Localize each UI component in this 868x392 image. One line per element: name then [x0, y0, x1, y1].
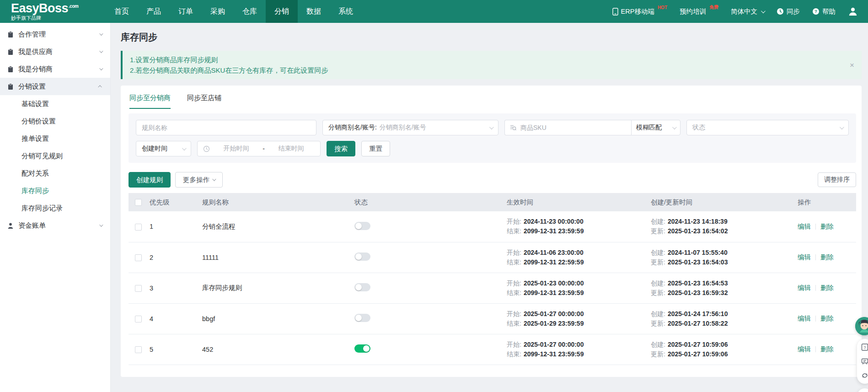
priority-cell: 1 — [147, 211, 199, 242]
row-checkbox[interactable] — [135, 346, 142, 353]
sidebar-subitem-inventory-sync[interactable]: 库存同步 — [0, 182, 110, 199]
person-icon — [848, 6, 858, 16]
help-manual-icon[interactable]: ? — [861, 343, 868, 351]
reset-button[interactable]: 重置 — [361, 141, 390, 156]
nav-item-purchasing[interactable]: 采购 — [202, 0, 234, 23]
table-row: 2 11111 开始:2024-11-06 23:00:00 结束:2099-1… — [129, 242, 856, 273]
main-content: 库存同步 1.设置分销商品库存同步规则 2.若您分销商品关联的商品SKU在三方仓… — [111, 23, 868, 392]
training-link[interactable]: 预约培训 免费 — [680, 7, 718, 16]
sidebar-item-funds[interactable]: 资金账单 — [0, 217, 110, 234]
status-toggle[interactable] — [354, 222, 370, 230]
edit-link[interactable]: 编辑 — [798, 253, 811, 261]
sidebar-subitem-inventory-sync-log[interactable]: 库存同步记录 — [0, 199, 110, 217]
status-toggle[interactable] — [354, 344, 370, 353]
sidebar-item-distribution-settings[interactable]: 分销设置 — [0, 78, 110, 95]
delete-link[interactable]: 删除 — [820, 345, 834, 353]
sku-filter-group: 模糊匹配 — [504, 120, 680, 135]
row-checkbox[interactable] — [135, 316, 142, 322]
help-button[interactable]: ? 帮助 — [812, 7, 836, 16]
created-updated-cell: 创建:2024-11-23 14:18:39 更新:2025-01-23 16:… — [648, 211, 795, 242]
main-menu: 首页 产品 订单 采购 仓库 分销 数据 系统 — [106, 0, 362, 23]
chevron-down-icon — [761, 9, 766, 13]
nav-item-data[interactable]: 数据 — [298, 0, 330, 23]
logo-com-suffix: .com — [69, 4, 78, 9]
edit-link[interactable]: 编辑 — [798, 315, 811, 322]
sidebar-subitem-push-settings[interactable]: 推单设置 — [0, 130, 110, 147]
nav-item-system[interactable]: 系统 — [330, 0, 362, 23]
table-row: 3 库存同步规则 开始:2025-01-23 00:00:00 结束:2099-… — [129, 273, 856, 303]
free-badge: 免费 — [709, 4, 718, 11]
rule-name-cell: 452 — [199, 334, 352, 365]
sidebar-subitem-visibility-rules[interactable]: 分销可见规则 — [0, 147, 110, 165]
svg-text:?: ? — [863, 345, 866, 350]
back-to-top-button[interactable] — [857, 388, 868, 392]
table-header-row: 优先级 规则名称 状态 生效时间 创建/更新时间 操作 — [129, 193, 856, 211]
row-checkbox[interactable] — [135, 285, 142, 292]
app-window: EasyBoss.com 妙手旗下品牌 首页 产品 订单 采购 仓库 分销 数据… — [0, 0, 868, 392]
tab-bar: 同步至分销商 同步至店铺 — [129, 93, 856, 109]
floating-widget-stack: ? — [855, 317, 868, 392]
nav-item-products[interactable]: 产品 — [138, 0, 170, 23]
refresh-sync-icon[interactable] — [861, 371, 868, 380]
user-avatar[interactable] — [848, 6, 858, 16]
nav-item-distribution[interactable]: 分销 — [266, 0, 298, 23]
nav-item-warehouse[interactable]: 仓库 — [234, 0, 266, 23]
sidebar-subitem-pairing[interactable]: 配对关系 — [0, 165, 110, 182]
row-checkbox[interactable] — [135, 254, 142, 261]
table-row: 1 分销全流程 开始:2024-11-23 00:00:00 结束:2099-1… — [129, 211, 856, 242]
delete-link[interactable]: 删除 — [820, 315, 834, 322]
status-toggle[interactable] — [354, 283, 370, 291]
priority-cell: 2 — [147, 242, 199, 273]
language-selector[interactable]: 简体中文 — [731, 7, 764, 16]
status-select[interactable]: 状态 — [686, 120, 849, 135]
search-button[interactable]: 搜索 — [327, 141, 355, 156]
sync-button[interactable]: 同步 — [777, 7, 800, 16]
delete-link[interactable]: 删除 — [820, 284, 834, 291]
sidebar-item-cooperation[interactable]: 合作管理 — [0, 26, 110, 43]
rule-name-field — [136, 120, 316, 135]
edit-link[interactable]: 编辑 — [798, 345, 811, 353]
erp-mobile-link[interactable]: ERP移动端 HOT — [612, 7, 667, 16]
close-icon[interactable]: × — [850, 61, 854, 69]
edit-link[interactable]: 编辑 — [798, 223, 811, 230]
tab-sync-to-distributor[interactable]: 同步至分销商 — [129, 94, 171, 109]
nav-item-orders[interactable]: 订单 — [170, 0, 202, 23]
rule-name-input[interactable] — [142, 124, 311, 131]
tab-sync-to-store[interactable]: 同步至店铺 — [187, 94, 221, 109]
feedback-board-icon[interactable] — [861, 357, 868, 365]
table-row: 4 bbgf 开始:2025-01-27 00:00:00 结束:2025-01… — [129, 303, 856, 334]
row-checkbox[interactable] — [135, 224, 142, 231]
hot-badge: HOT — [658, 5, 667, 10]
match-mode-select[interactable]: 模糊匹配 — [631, 120, 680, 135]
delete-link[interactable]: 删除 — [820, 223, 834, 230]
create-rule-button[interactable]: 创建规则 — [129, 172, 171, 188]
rules-table: 优先级 规则名称 状态 生效时间 创建/更新时间 操作 1 分销全流程 — [129, 193, 856, 365]
table-row: 5 452 开始:2025-01-27 00:00:00 结束:2099-12-… — [129, 334, 856, 365]
delete-link[interactable]: 删除 — [820, 253, 834, 261]
chevron-up-icon — [98, 85, 102, 89]
header-rule-name: 规则名称 — [199, 193, 352, 211]
chevron-down-icon — [212, 177, 216, 181]
distributor-placeholder: 分销商别名/账号 — [380, 124, 426, 132]
created-updated-cell: 创建:2024-11-07 15:55:40 更新:2025-01-23 16:… — [648, 242, 795, 273]
more-actions-button[interactable]: 更多操作 — [175, 172, 223, 188]
brand-logo[interactable]: EasyBoss.com 妙手旗下品牌 — [0, 2, 106, 21]
nav-item-home[interactable]: 首页 — [106, 0, 138, 23]
status-toggle[interactable] — [354, 314, 370, 322]
header-effective-time: 生效时间 — [504, 193, 648, 211]
sku-input[interactable] — [520, 124, 627, 131]
sidebar-subitem-price-settings[interactable]: 分销价设置 — [0, 113, 110, 130]
sidebar-subitem-basic-settings[interactable]: 基础设置 — [0, 95, 110, 113]
sidebar-item-distributor[interactable]: 我是分销商 — [0, 60, 110, 78]
status-toggle[interactable] — [354, 252, 370, 261]
assistant-avatar[interactable] — [855, 317, 868, 335]
time-type-select[interactable]: 创建时间 — [136, 141, 191, 156]
date-range-picker[interactable]: 开始时间 - 结束时间 — [197, 141, 321, 156]
chevron-down-icon — [182, 146, 187, 150]
sidebar-item-supplier[interactable]: 我是供应商 — [0, 43, 110, 60]
edit-link[interactable]: 编辑 — [798, 284, 811, 291]
chevron-down-icon — [840, 125, 844, 129]
select-all-checkbox[interactable] — [135, 199, 142, 206]
adjust-order-button[interactable]: 调整排序 — [818, 172, 856, 187]
distributor-select[interactable]: 分销商别名/账号: 分销商别名/账号 — [322, 120, 498, 135]
